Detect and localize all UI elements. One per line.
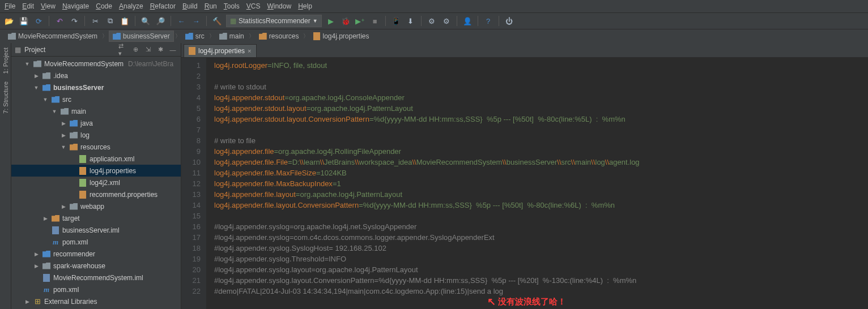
run-icon[interactable]: ▶ (325, 15, 337, 27)
tree-arrow-icon[interactable]: ▶ (24, 299, 31, 304)
tree-item-webapp[interactable]: ▶webapp (11, 200, 181, 212)
menu-help[interactable]: Help (298, 2, 312, 10)
tree-item-movierecommendsystem[interactable]: ▼MovieRecommendSystemD:\learn\JetBra (11, 58, 181, 70)
debug-icon[interactable]: 🐞 (340, 15, 351, 27)
tree-item-businessserver-iml[interactable]: businessServer.iml (11, 224, 181, 236)
tree-arrow-icon[interactable]: ▶ (42, 216, 49, 221)
sync-icon[interactable]: ⟳ (33, 15, 44, 27)
editor-tab-active[interactable]: log4j.properties × (184, 44, 257, 57)
paste-icon[interactable]: 📋 (119, 15, 130, 27)
build-icon[interactable]: 🔨 (211, 15, 223, 27)
collapse-icon[interactable]: ⇲ (143, 45, 152, 54)
tree-arrow-icon[interactable]: ▶ (33, 73, 40, 79)
tree-item-movierecommendsystem-iml[interactable]: MovieRecommendSystem.iml (11, 272, 181, 284)
tree-item-resources[interactable]: ▼resources (11, 141, 181, 153)
tree-item-log4j-properties[interactable]: log4j.properties (11, 165, 181, 177)
tree-item-src[interactable]: ▼src (11, 93, 181, 105)
breadcrumb-businessserver[interactable]: businessServer (109, 31, 174, 42)
breadcrumb-src[interactable]: src (182, 31, 208, 41)
find-icon[interactable]: 🔍 (140, 15, 151, 27)
lib-icon: ⊞ (33, 297, 42, 306)
tree-item-external-libraries[interactable]: ▶⊞External Libraries (11, 295, 181, 307)
tree-item-recommend-properties[interactable]: recommend.properties (11, 188, 181, 200)
menu-analyze[interactable]: Analyze (119, 2, 143, 10)
menu-build[interactable]: Build (182, 2, 198, 10)
tree-item-recommender[interactable]: ▶recommender (11, 248, 181, 260)
menu-file[interactable]: File (5, 2, 15, 10)
menu-vcs[interactable]: VCS (246, 2, 261, 10)
locate-icon[interactable]: ⊕ (131, 45, 140, 54)
gear-icon[interactable]: ✱ (156, 45, 165, 54)
stop-icon[interactable]: ■ (369, 15, 381, 27)
redo-icon[interactable]: ↷ (69, 15, 80, 27)
cut-icon[interactable]: ✂ (90, 15, 101, 27)
run-config-selector[interactable]: ▦ StatisticsRecommender ▼ (226, 15, 322, 27)
exit-icon[interactable]: ⏻ (504, 15, 515, 27)
tree-arrow-icon[interactable]: ▶ (60, 204, 67, 209)
menu-navigate[interactable]: Navigate (62, 2, 89, 10)
tree-arrow-icon[interactable]: ▼ (42, 97, 49, 102)
project-panel-title: Project (24, 46, 115, 54)
main-menu-bar: FileEditViewNavigateCodeAnalyzeRefactorB… (0, 0, 868, 12)
tree-arrow-icon[interactable]: ▶ (33, 263, 40, 269)
menu-refactor[interactable]: Refactor (150, 2, 176, 10)
undo-icon[interactable]: ↶ (54, 15, 65, 27)
side-tab-7-structure[interactable]: 7: Structure (1, 79, 10, 116)
sdk-icon[interactable]: ⬇ (405, 15, 416, 27)
profile-icon[interactable]: 👤 (462, 15, 473, 27)
copy-icon[interactable]: ⧉ (104, 15, 116, 27)
tree-arrow-icon[interactable]: ▼ (33, 85, 40, 91)
menu-view[interactable]: View (41, 2, 56, 10)
folder-icon (69, 131, 78, 140)
menu-window[interactable]: Window (267, 2, 291, 10)
file-prop-icon (78, 190, 87, 199)
tree-item-log[interactable]: ▶log (11, 129, 181, 141)
folder-orange-icon (69, 143, 78, 152)
tree-item-log4j2-xml[interactable]: log4j2.xml (11, 177, 181, 188)
tree-item--idea[interactable]: ▶.idea (11, 70, 181, 81)
breadcrumb-main[interactable]: main (216, 31, 248, 41)
folder-icon (42, 71, 51, 80)
hide-icon[interactable]: — (168, 45, 177, 54)
menu-tools[interactable]: Tools (224, 2, 240, 10)
tree-item-target[interactable]: ▶target (11, 212, 181, 224)
tree-arrow-icon[interactable]: ▼ (24, 61, 31, 67)
tree-item-java[interactable]: ▶java (11, 117, 181, 129)
menu-edit[interactable]: Edit (22, 2, 34, 10)
tree-item-spark-warehouse[interactable]: ▶spark-warehouse (11, 260, 181, 272)
tree-arrow-icon[interactable]: ▶ (60, 132, 67, 138)
replace-icon[interactable]: 🔎 (155, 15, 166, 27)
structure-icon[interactable]: ⚙ (426, 15, 437, 27)
breadcrumb-log4j-properties[interactable]: log4j.properties (310, 31, 372, 41)
side-tab-1-project[interactable]: 1: Project (1, 45, 10, 76)
save-icon[interactable]: 💾 (18, 15, 29, 27)
folder-blue-icon (51, 95, 60, 104)
folder-icon (8, 33, 16, 40)
tree-item-pom-xml[interactable]: mpom.xml (11, 236, 181, 248)
breadcrumb-movierecommendsystem[interactable]: MovieRecommendSystem (5, 31, 101, 41)
breadcrumb-resources[interactable]: resources (256, 31, 303, 41)
help-icon[interactable]: ? (483, 15, 494, 27)
tree-item-businessserver[interactable]: ▼businessServer (11, 81, 181, 93)
tree-item-application-xml[interactable]: application.xml (11, 153, 181, 165)
menu-run[interactable]: Run (205, 2, 217, 10)
forward-icon[interactable]: → (190, 15, 202, 27)
close-tab-icon[interactable]: × (248, 48, 251, 54)
tree-item-pom-xml[interactable]: mpom.xml (11, 284, 181, 295)
editor-gutter: 12345678910111213141516171819202122 (181, 58, 206, 309)
open-icon[interactable]: 📂 (3, 15, 15, 27)
avd-icon[interactable]: 📱 (390, 15, 402, 27)
menu-code[interactable]: Code (96, 2, 112, 10)
back-icon[interactable]: ← (176, 15, 187, 27)
tree-arrow-icon[interactable]: ▼ (51, 109, 58, 114)
tree-item-main[interactable]: ▼main (11, 105, 181, 117)
tree-arrow-icon[interactable]: ▶ (60, 121, 67, 126)
project-tree[interactable]: ▼MovieRecommendSystemD:\learn\JetBra▶.id… (11, 57, 181, 309)
tree-arrow-icon[interactable]: ▼ (60, 144, 67, 150)
coverage-icon[interactable]: ▶⁺ (355, 15, 366, 27)
editor-area: log4j.properties × 123456789101112131415… (181, 43, 868, 309)
tree-arrow-icon[interactable]: ▶ (33, 251, 40, 257)
editor-code[interactable]: log4j.rootLogger=INFO, file, stdout # wr… (206, 58, 868, 309)
settings-icon[interactable]: ⚙ (441, 15, 452, 27)
scope-dropdown-icon[interactable]: ⇄ ▾ (118, 45, 127, 54)
